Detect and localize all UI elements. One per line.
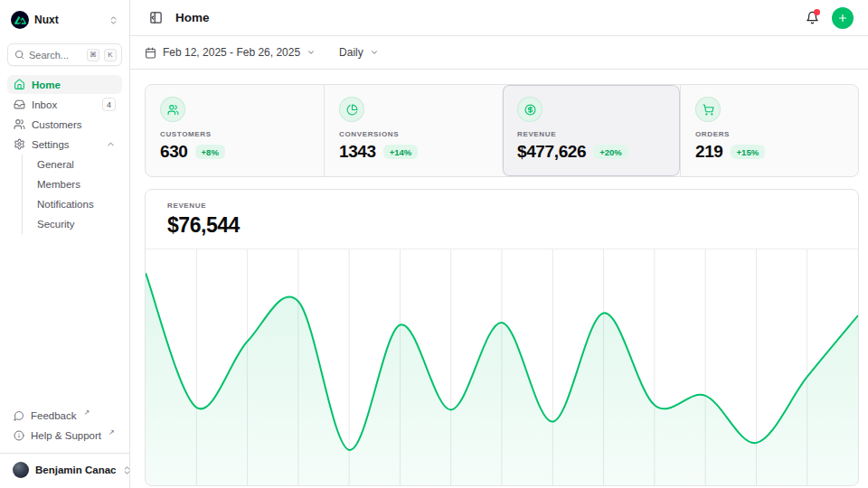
house-icon (14, 79, 25, 90)
inbox-icon (14, 99, 25, 110)
search-icon (14, 50, 24, 60)
sidebar-item-general[interactable]: General (33, 155, 122, 174)
stat-label: REVENUE (517, 130, 665, 138)
granularity-value: Daily (339, 46, 363, 59)
calendar-icon (145, 47, 156, 59)
sidebar-item-members[interactable]: Members (33, 174, 122, 194)
stat-card-customers[interactable]: CUSTOMERS 630 +8% (146, 85, 324, 176)
workspace-name: Nuxt (34, 14, 103, 26)
speech-bubble-icon (14, 410, 24, 421)
stat-label: CONVERSIONS (339, 130, 487, 138)
stat-card-orders[interactable]: ORDERS 219 +15% (680, 85, 858, 176)
info-circle-icon (14, 430, 24, 441)
sidebar-item-security[interactable]: Security (33, 214, 122, 234)
sidebar-item-label: Settings (32, 139, 70, 150)
app-root: Nuxt Search... ⌘ K Home (0, 0, 868, 488)
sidebar-nav: Home Inbox 4 Customers Setting (7, 75, 122, 234)
search-input[interactable]: Search... ⌘ K (7, 43, 122, 66)
stat-delta-badge: +15% (731, 145, 766, 159)
sidebar-item-label: Inbox (32, 99, 57, 110)
footer-link-label: Feedback (31, 410, 77, 421)
stat-value: 219 (695, 142, 723, 162)
users-icon (14, 118, 25, 130)
sidebar: Nuxt Search... ⌘ K Home (0, 0, 130, 488)
circle-dollar-icon (517, 97, 542, 122)
user-menu[interactable]: Benjamin Canac (7, 455, 122, 484)
sidebar-item-customers[interactable]: Customers (7, 115, 122, 134)
sidebar-item-label: Customers (32, 119, 82, 130)
help-support-link[interactable]: Help & Support ↗ (7, 426, 122, 446)
stat-card-revenue[interactable]: REVENUE $477,626 +20% (502, 85, 680, 176)
date-range-picker[interactable]: Feb 12, 2025 - Feb 26, 2025 (145, 46, 316, 59)
sidebar-item-notifications[interactable]: Notifications (33, 194, 122, 214)
chart-pie-icon (339, 97, 364, 122)
filters-toolbar: Feb 12, 2025 - Feb 26, 2025 Daily (130, 36, 868, 70)
stat-value: $477,626 (517, 142, 586, 162)
chart-total-value: $76,544 (167, 213, 836, 238)
kbd-k: K (104, 49, 117, 61)
stat-delta-badge: +20% (593, 145, 628, 159)
sidebar-item-label: Home (32, 80, 61, 90)
stat-label: ORDERS (695, 130, 844, 138)
sidebar-item-home[interactable]: Home (7, 75, 122, 94)
plus-icon (837, 13, 848, 23)
external-arrow-icon: ↗ (84, 408, 90, 417)
revenue-chart-card: REVENUE $76,544 14 Feb16 Feb18 Feb20 Feb… (145, 189, 859, 486)
chevron-down-icon (307, 48, 316, 57)
chevron-down-icon (370, 48, 379, 57)
chevron-up-icon (106, 139, 116, 149)
gear-icon (14, 138, 25, 150)
chart-title: REVENUE (167, 202, 836, 210)
user-name: Benjamin Canac (35, 465, 116, 475)
users-icon (160, 97, 185, 122)
dashboard-content: CUSTOMERS 630 +8% CONVERSIONS 1343 +14% (130, 70, 868, 488)
x-axis-labels: 14 Feb16 Feb18 Feb20 Feb22 Feb24 Feb (146, 485, 858, 486)
external-arrow-icon: ↗ (108, 428, 115, 436)
collapse-sidebar-button[interactable] (145, 7, 166, 29)
panel-left-close-icon (149, 11, 163, 24)
avatar (13, 462, 29, 478)
workspace-switcher[interactable]: Nuxt (7, 9, 122, 31)
granularity-select[interactable]: Daily (339, 46, 379, 59)
cart-icon (695, 97, 721, 122)
page-header: Home (130, 0, 868, 36)
notification-dot (814, 9, 820, 15)
page-title: Home (175, 11, 210, 24)
stat-value: 630 (160, 142, 188, 162)
notifications-button[interactable] (801, 7, 823, 29)
search-placeholder: Search... (29, 50, 82, 61)
date-range-value: Feb 12, 2025 - Feb 26, 2025 (163, 46, 300, 59)
footer-link-label: Help & Support (31, 430, 101, 441)
stat-delta-badge: +8% (195, 145, 225, 159)
stat-delta-badge: +14% (383, 145, 419, 159)
revenue-chart-svg (146, 249, 858, 485)
stat-card-conversions[interactable]: CONVERSIONS 1343 +14% (324, 85, 502, 176)
sidebar-item-inbox[interactable]: Inbox 4 (7, 95, 122, 114)
stat-label: CUSTOMERS (160, 130, 309, 138)
add-button[interactable] (832, 7, 854, 29)
chevrons-up-down-icon (108, 15, 118, 25)
sidebar-item-settings[interactable]: Settings (7, 135, 122, 154)
settings-subnav: General Members Notifications Security (22, 155, 122, 234)
feedback-link[interactable]: Feedback ↗ (7, 406, 122, 426)
stat-value: 1343 (339, 142, 376, 162)
chart-header: REVENUE $76,544 (146, 190, 858, 249)
nuxt-logo-icon (11, 11, 29, 29)
kbd-meta: ⌘ (87, 49, 99, 61)
inbox-count-badge: 4 (102, 98, 116, 111)
main-area: Home Feb 12, 2025 - Feb 26, 2025 (130, 0, 868, 488)
stats-row: CUSTOMERS 630 +8% CONVERSIONS 1343 +14% (145, 84, 859, 177)
revenue-chart[interactable]: 14 Feb16 Feb18 Feb20 Feb22 Feb24 Feb (146, 249, 858, 485)
